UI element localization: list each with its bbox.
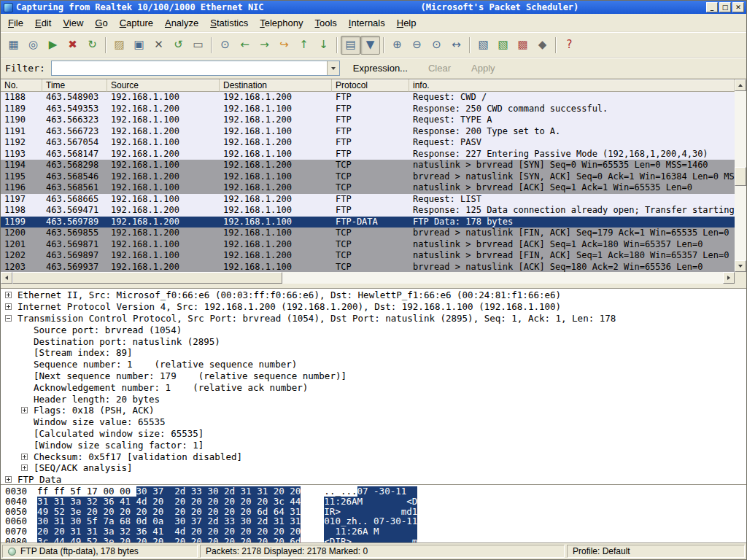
start-capture-button[interactable]: ▶ [43, 36, 63, 55]
scroll-up-button[interactable] [735, 79, 746, 91]
go-to-top-button[interactable]: ↑ [294, 36, 314, 55]
zoom-out-button[interactable]: ⊖ [407, 36, 427, 55]
packet-list-vscrollbar[interactable] [735, 79, 746, 272]
detail-line[interactable]: Acknowledgement number: 1 (relative ack … [1, 381, 746, 393]
go-to-bottom-button[interactable]: ↓ [314, 36, 333, 55]
open-file-button[interactable]: ▨ [109, 36, 129, 55]
find-packet-button[interactable]: ⊙ [215, 36, 235, 55]
packet-row-1203[interactable]: 1203463.569937192.168.1.200192.168.1.100… [1, 262, 735, 273]
column-header-time[interactable]: Time [42, 79, 107, 92]
menu-item-file[interactable]: File [2, 15, 29, 31]
zoom-100-button[interactable]: ⊙ [427, 36, 446, 55]
collapse-toggle-icon[interactable] [5, 315, 12, 322]
save-file-button[interactable]: ▣ [129, 36, 149, 55]
list-interfaces-button[interactable]: ▦ [4, 36, 23, 55]
detail-line[interactable]: Flags: 0x18 (PSH, ACK) [1, 405, 746, 416]
menu-item-telephony[interactable]: Telephony [254, 15, 309, 31]
zoom-in-button[interactable]: ⊕ [387, 36, 407, 55]
scroll-down-button[interactable] [735, 260, 746, 272]
detail-line[interactable]: Destination port: natuslink (2895) [1, 335, 746, 347]
expand-toggle-icon[interactable] [21, 407, 28, 413]
detail-line[interactable]: Sequence number: 1 (relative sequence nu… [1, 359, 746, 370]
column-header-protocol[interactable]: Protocol [332, 79, 409, 92]
detail-line[interactable]: Window size value: 65535 [1, 416, 746, 428]
help-button[interactable]: ? [560, 36, 579, 55]
detail-line[interactable]: Source port: brvread (1054) [1, 324, 746, 335]
filter-dropdown-arrow[interactable] [327, 61, 339, 75]
clear-button[interactable]: Clear [421, 60, 458, 77]
scroll-left-button[interactable] [1, 272, 12, 284]
expand-toggle-icon[interactable] [5, 292, 12, 298]
preferences-button[interactable]: ◆ [533, 36, 552, 55]
detail-line[interactable]: FTP Data [1, 474, 746, 485]
menu-item-internals[interactable]: Internals [343, 15, 391, 31]
packet-row-1198[interactable]: 1198463.569471192.168.1.200192.168.1.100… [1, 205, 735, 217]
packet-list-hscrollbar[interactable] [1, 272, 746, 284]
resize-columns-button[interactable]: ↔ [446, 36, 466, 55]
column-header-destination[interactable]: Destination [220, 79, 332, 92]
menu-item-go[interactable]: Go [89, 15, 113, 31]
detail-line[interactable]: [Window size scaling factor: 1] [1, 439, 746, 451]
packet-row-1193[interactable]: 1193463.568147192.168.1.200192.168.1.100… [1, 149, 735, 160]
hscroll-trough[interactable] [282, 272, 723, 284]
detail-line[interactable]: [Stream index: 89] [1, 347, 746, 359]
column-header-info[interactable]: info. [409, 79, 735, 92]
close-file-button[interactable]: ✕ [149, 36, 169, 55]
packet-row-1188[interactable]: 1188463.548903192.168.1.100192.168.1.200… [1, 92, 735, 104]
packet-row-1202[interactable]: 1202463.569897192.168.1.100192.168.1.200… [1, 250, 735, 262]
packet-row-1190[interactable]: 1190463.566323192.168.1.100192.168.1.200… [1, 114, 735, 126]
capture-options-button[interactable]: ◎ [23, 36, 43, 55]
packet-row-1197[interactable]: 1197463.568665192.168.1.100192.168.1.200… [1, 194, 735, 206]
column-header-source[interactable]: Source [107, 79, 220, 92]
packet-row-1201[interactable]: 1201463.569871192.168.1.100192.168.1.200… [1, 239, 735, 251]
menu-item-analyze[interactable]: Analyze [159, 15, 204, 31]
detail-line[interactable]: Header length: 20 bytes [1, 393, 746, 405]
packet-row-1195[interactable]: 1195463.568546192.168.1.200192.168.1.100… [1, 171, 735, 183]
packet-row-1191[interactable]: 1191463.566723192.168.1.200192.168.1.100… [1, 126, 735, 138]
menu-item-edit[interactable]: Edit [29, 15, 57, 31]
expand-toggle-icon[interactable] [21, 454, 28, 460]
detail-line[interactable]: Internet Protocol Version 4, Src: 192.16… [1, 301, 746, 313]
hscroll-thumb[interactable] [12, 272, 282, 284]
detail-line[interactable]: Checksum: 0x5f17 [validation disabled] [1, 451, 746, 462]
menu-item-statistics[interactable]: Statistics [204, 15, 254, 31]
vscroll-trough[interactable] [735, 91, 746, 260]
packet-row-1189[interactable]: 1189463.549353192.168.1.200192.168.1.100… [1, 104, 735, 115]
filter-input[interactable] [52, 61, 327, 75]
packet-row-1199[interactable]: 1199463.569789192.168.1.200192.168.1.100… [1, 217, 735, 228]
detail-line[interactable]: [Calculated window size: 65535] [1, 428, 746, 440]
packet-row-1192[interactable]: 1192463.567054192.168.1.100192.168.1.200… [1, 137, 735, 149]
detail-line[interactable]: [SEQ/ACK analysis] [1, 462, 746, 474]
menu-item-capture[interactable]: Capture [114, 15, 159, 31]
reload-file-button[interactable]: ↺ [169, 36, 188, 55]
close-button[interactable]: ✕ [732, 2, 744, 12]
expand-toggle-icon[interactable] [5, 476, 12, 483]
packet-bytes-pane[interactable]: 0030ff ff 5f 17 00 00 30 37 2d 33 30 2d … [1, 485, 746, 543]
detail-line[interactable]: Transmission Control Protocol, Src Port:… [1, 313, 746, 324]
print-button[interactable]: ▭ [188, 36, 208, 55]
go-forward-button[interactable]: → [255, 36, 274, 55]
restart-capture-button[interactable]: ↻ [82, 36, 102, 55]
minimize-button[interactable]: _ [706, 2, 718, 12]
detail-line[interactable]: [Next sequence number: 179 (relative seq… [1, 370, 746, 382]
expert-info-icon[interactable] [8, 548, 16, 556]
expand-toggle-icon[interactable] [5, 303, 12, 310]
scroll-right-button[interactable] [723, 272, 735, 284]
auto-scroll-button[interactable]: ▼ [360, 36, 380, 55]
detail-line[interactable]: Ethernet II, Src: Microsof_f0:66:e6 (00:… [1, 289, 746, 301]
status-profile[interactable]: Profile: Default [567, 545, 745, 558]
display-filters-button[interactable]: ▧ [493, 36, 513, 55]
expression-button[interactable]: Expression... [346, 60, 415, 77]
colorize-list-button[interactable]: ▤ [341, 36, 360, 55]
maximize-button[interactable]: □ [719, 2, 731, 12]
apply-button[interactable]: Apply [464, 60, 503, 77]
go-back-button[interactable]: ← [235, 36, 255, 55]
menu-item-help[interactable]: Help [391, 15, 422, 31]
packet-row-1200[interactable]: 1200463.569855192.168.1.200192.168.1.100… [1, 228, 735, 239]
column-header-no[interactable]: No. [1, 79, 42, 92]
vscroll-thumb[interactable] [735, 167, 746, 186]
packet-row-1194[interactable]: 1194463.568298192.168.1.100192.168.1.200… [1, 160, 735, 171]
packet-row-1196[interactable]: 1196463.568561192.168.1.100192.168.1.200… [1, 182, 735, 194]
menu-item-view[interactable]: View [57, 15, 89, 31]
go-to-packet-button[interactable]: ↪ [274, 36, 294, 55]
